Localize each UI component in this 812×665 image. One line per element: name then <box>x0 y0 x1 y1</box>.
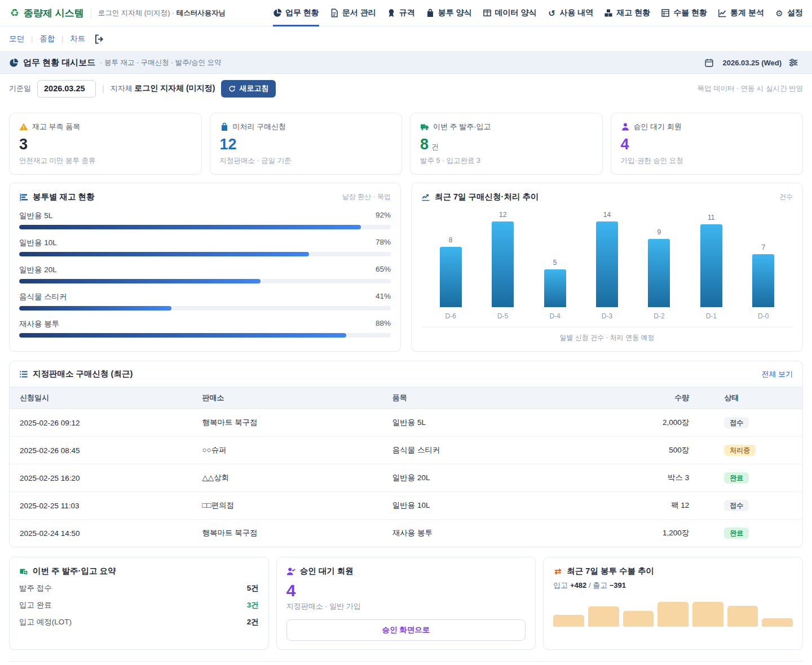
trend-column: 12 D-5 <box>476 205 528 320</box>
summary-row: 입고 예정(LOT) 2건 <box>19 617 259 627</box>
subnav-link-modern[interactable]: 모던 <box>9 34 24 44</box>
trend-column: 7 D-0 <box>738 205 789 320</box>
org-value: 로그인 지자체 (미지정) <box>134 83 215 92</box>
stock-bar-row: 일반용 20L 65% <box>19 265 391 283</box>
stock-percent: 78% <box>376 238 391 248</box>
logout-icon[interactable] <box>94 34 105 45</box>
stock-panel-title: 봉투별 재고 현황 <box>33 192 95 202</box>
refresh-icon <box>228 85 236 92</box>
cell-datetime: 2025-02-24 14:50 <box>10 520 192 547</box>
table-row[interactable]: 2025-02-25 16:20 △△상회 일반용 20L 박스 3 완료 <box>10 464 802 492</box>
flow-bar <box>588 606 619 627</box>
cell-qty: 1,200장 <box>596 520 699 547</box>
stock-label: 음식물 스티커 <box>19 292 67 302</box>
charts-row: 봉투별 재고 현황 낱장 환산 · 목업 일반용 5L 92% 일반용 10L <box>9 183 803 352</box>
nav-item[interactable]: 문서 관리 <box>330 0 376 26</box>
history-icon: ↺ <box>547 8 556 17</box>
stats-icon <box>718 8 727 17</box>
kpi-desc: 가입·권한 승인 요청 <box>621 156 793 166</box>
subnav-separator: | <box>61 35 63 43</box>
swap-arrows-icon: ⇄ <box>553 567 562 576</box>
cell-qty: 500장 <box>596 437 699 464</box>
trend-value-label: 8 <box>449 236 453 244</box>
summary-value: 3건 <box>247 600 259 610</box>
cell-store: △△상회 <box>192 464 382 492</box>
requests-table: 신청일시 판매소 품목 수량 상태 2025-02-26 09:12 행복마트 … <box>10 387 802 547</box>
table-row[interactable]: 2025-02-26 09:12 행복마트 북구점 일반용 5L 2,000장 … <box>10 409 802 437</box>
boxes-icon <box>19 567 28 576</box>
nav-item[interactable]: 재고 현황 <box>604 0 650 26</box>
app-header: ♻ 종량제 시스템 로그인 지자체 (미지정) · 테스터사용자님 업무 현황 … <box>0 0 812 26</box>
trend-value-label: 7 <box>761 243 765 251</box>
table-panel-title: 지정판매소 구매신청 (최근) <box>33 369 133 379</box>
table-row[interactable]: 2025-02-26 08:45 ○○슈퍼 음식물 스티커 500장 처리중 <box>10 437 802 464</box>
subnav-link-chart[interactable]: 차트 <box>70 34 85 44</box>
mock-data-note: 목업 데이터 · 연동 시 실시간 반영 <box>698 84 804 94</box>
orders-panel-title: 이번 주 발주·입고 요약 <box>33 566 116 577</box>
subnav-link-summary[interactable]: 종합 <box>39 34 55 44</box>
login-info: 로그인 지자체 (미지정) · 테스터사용자님 <box>98 8 226 18</box>
stock-percent: 65% <box>376 265 391 275</box>
hbar-chart-icon <box>19 193 28 202</box>
nav-item[interactable]: 데이터 양식 <box>483 0 537 26</box>
titlebar-date: 2026.03.25 (Wed) <box>704 58 782 68</box>
summary-row: 입고 완료 3건 <box>19 600 259 610</box>
nav-item-label: 문서 관리 <box>342 8 376 18</box>
kpi-title: 재고 부족 품목 <box>32 122 80 132</box>
refresh-button[interactable]: 새로고침 <box>221 80 276 97</box>
cell-item: 재사용 봉투 <box>382 520 597 547</box>
approval-panel-title: 승인 대기 회원 <box>300 566 354 577</box>
nav-item-label: 업무 현황 <box>285 8 319 18</box>
trend-caption: 일별 신청 건수 · 처리 연동 예정 <box>421 327 793 343</box>
table-row[interactable]: 2025-02-24 14:50 행복마트 북구점 재사용 봉투 1,200장 … <box>10 520 802 547</box>
nav-item[interactable]: 통계 분석 <box>718 0 764 26</box>
summary-value: 5건 <box>247 583 259 593</box>
cell-datetime: 2025-02-26 08:45 <box>10 437 192 464</box>
nav-item[interactable]: 봉투 양식 <box>426 0 472 26</box>
nav-item-label: 설정 <box>787 8 803 18</box>
stock-bar-list: 일반용 5L 92% 일반용 10L 78% <box>19 211 391 338</box>
stock-fill <box>19 252 309 256</box>
stock-fill <box>19 333 346 338</box>
trend-bar <box>700 224 722 307</box>
approval-count: 4 <box>286 582 526 599</box>
kpi-desc: 지정판매소 · 금일 기준 <box>220 156 392 166</box>
page-title: 업무 현황 대시보드 <box>23 57 95 68</box>
base-date-input[interactable] <box>37 80 96 97</box>
login-user: 테스터사용자님 <box>176 9 226 17</box>
person-icon <box>621 122 630 131</box>
summary-label: 입고 완료 <box>19 600 52 610</box>
filter-separator: | <box>102 84 104 93</box>
nav-item[interactable]: ↺ 사용 내역 <box>547 0 593 26</box>
trend-value-label: 12 <box>499 211 506 219</box>
nav-item[interactable]: ⚙ 설정 <box>775 0 803 26</box>
nav-item-label: 데이터 양식 <box>495 8 537 18</box>
summary-value: 2건 <box>247 617 259 627</box>
cell-qty: 박스 3 <box>596 464 699 492</box>
stock-label: 재사용 봉투 <box>19 319 59 329</box>
trend-day-label: D-3 <box>602 312 612 320</box>
trend-day-label: D-5 <box>497 312 508 320</box>
filter-sliders-icon[interactable] <box>788 57 798 68</box>
page-subtitle: · 봉투 재고 · 구매신청 · 발주/승인 요약 <box>100 58 221 68</box>
nav-item[interactable]: 업무 현황 <box>273 0 319 26</box>
flow-bar <box>727 606 758 627</box>
nav-item[interactable]: 수불 현황 <box>661 0 707 26</box>
trend-column: 8 D-6 <box>425 205 476 320</box>
stock-label: 일반용 10L <box>19 238 57 248</box>
nav-item[interactable]: 규격 <box>387 0 415 26</box>
subnav-separator: | <box>31 35 33 43</box>
view-all-link[interactable]: 전체 보기 <box>761 369 793 379</box>
go-approval-button[interactable]: 승인 화면으로 <box>286 619 526 641</box>
flow-panel: ⇄ 최근 7일 봉투 수불 추이 입고 +482 / 출고 −391 <box>543 557 803 650</box>
trend-column: 9 D-2 <box>633 205 685 320</box>
stock-bar-row: 일반용 5L 92% <box>19 211 391 229</box>
nav-item-label: 재고 현황 <box>616 8 650 18</box>
stock-fill <box>19 306 171 311</box>
cell-datetime: 2025-02-25 16:20 <box>10 464 192 492</box>
trend-bar <box>752 254 774 307</box>
col-header-qty: 수량 <box>596 387 699 409</box>
kpi-card: 이번 주 발주·입고 8건 발주 5 · 입고완료 3 <box>410 113 603 175</box>
table-row[interactable]: 2025-02-25 11:03 □□편의점 일반용 10L 팩 12 접수 <box>10 492 802 520</box>
trend-bar-chart: 8 D-6 12 D-5 5 D-4 14 D-3 9 <box>421 205 793 320</box>
